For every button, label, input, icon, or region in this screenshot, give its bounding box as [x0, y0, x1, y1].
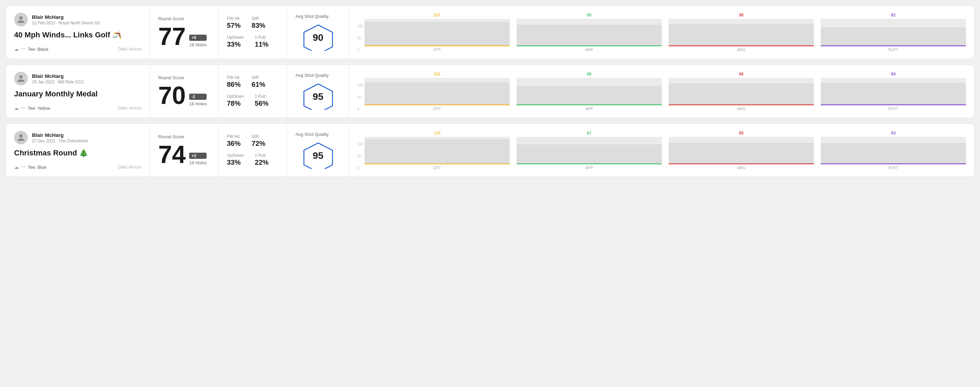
- fw-hit-value: 36%: [227, 140, 240, 148]
- bar-group-arg: 98 ARG: [669, 13, 814, 52]
- stats-row-bottom: Up/Down 33% 1 Putt 11%: [227, 35, 279, 48]
- bar-wrapper-app: [517, 137, 662, 164]
- bar-wrapper-ott: [364, 137, 510, 164]
- tee-label: Tee: Black: [28, 47, 48, 52]
- hexagon: 95: [303, 143, 334, 169]
- bar-accent-arg: [669, 45, 814, 46]
- tee-info: ☁ 〰 Tee: Black: [14, 46, 48, 52]
- bar-value-ott: 107: [434, 13, 441, 17]
- data-source: Data: Arccos: [118, 47, 142, 51]
- chart-inner: 100 50 0 101 OTT 86 APP: [357, 72, 966, 111]
- bar-fill-arg: [669, 143, 814, 164]
- bar-accent-app: [517, 104, 662, 105]
- bar-label-putt: PUTT: [888, 166, 898, 170]
- bar-group-app: 95 APP: [517, 13, 662, 52]
- app-container: Blair McHarg 12 Feb 2022 · Royal North D…: [5, 5, 975, 177]
- tee-info: ☁ 〰 Tee: Blue: [14, 164, 46, 170]
- bar-group-app: 87 APP: [517, 131, 662, 170]
- user-info: Blair McHarg 12 Feb 2022 · Royal North D…: [14, 13, 142, 26]
- fw-hit-label: FW Hit: [227, 75, 240, 80]
- gir-label: GIR: [251, 75, 265, 80]
- bar-group-putt: 82 PUTT: [821, 13, 966, 52]
- bar-label-putt: PUTT: [888, 107, 898, 111]
- card-quality: Avg Shot Quality 95: [287, 65, 349, 118]
- bar-wrapper-app: [517, 19, 662, 46]
- round-card-3: Blair McHarg 27 Dec 2021 · The Oxfordshi…: [5, 124, 975, 177]
- chart-bars: 107 OTT 95 APP 98: [364, 13, 966, 52]
- bar-value-arg: 98: [739, 13, 743, 17]
- stat-updown: Up/Down 33%: [227, 35, 244, 48]
- stat-oneputt: 1 Putt 22%: [255, 153, 269, 167]
- stats-row-top: FW Hit 57% GIR 83%: [227, 16, 279, 30]
- bar-fill-ott: [364, 82, 510, 105]
- user-info: Blair McHarg 27 Dec 2021 · The Oxfordshi…: [14, 131, 142, 144]
- bar-accent-arg: [669, 163, 814, 164]
- gir-label: GIR: [251, 134, 265, 139]
- oneputt-value: 22%: [255, 159, 269, 167]
- chart-y-labels: 100 50 0: [357, 24, 363, 52]
- bar-wrapper-arg: [669, 19, 814, 46]
- stats-row-bottom: Up/Down 33% 1 Putt 22%: [227, 153, 279, 167]
- bar-wrapper-putt: [821, 19, 966, 46]
- y-label-100: 100: [357, 24, 363, 28]
- bar-accent-arg: [669, 104, 814, 105]
- bar-wrapper-arg: [669, 78, 814, 105]
- bar-value-arg: 95: [739, 131, 743, 135]
- card-chart: 100 50 0 107 OTT 95 APP: [349, 6, 974, 59]
- card-score: Round Score 77 +5 18 Holes: [150, 6, 219, 59]
- cloud-icon: ☁: [14, 105, 19, 111]
- bar-value-putt: 93: [891, 131, 896, 135]
- user-details: Blair McHarg 12 Feb 2022 · Royal North D…: [32, 14, 100, 25]
- stat-fw-hit: FW Hit 57%: [227, 16, 240, 30]
- stat-gir: GIR 72%: [251, 134, 265, 148]
- card-quality: Avg Shot Quality 95: [287, 124, 349, 177]
- card-left: Blair McHarg 29 Jan 2022 · Mill Ride GCC…: [6, 65, 150, 118]
- score-badge-group: -2 18 Holes: [189, 94, 207, 106]
- card-footer: ☁ 〰 Tee: Blue Data: Arccos: [14, 164, 142, 170]
- bar-group-putt: 93 PUTT: [821, 131, 966, 170]
- bar-value-arg: 96: [739, 72, 743, 76]
- stats-row-top: FW Hit 86% GIR 61%: [227, 75, 279, 89]
- bar-value-ott: 110: [434, 131, 441, 135]
- card-left: Blair McHarg 12 Feb 2022 · Royal North D…: [6, 6, 150, 59]
- data-source: Data: Arccos: [118, 165, 142, 170]
- bar-accent-putt: [821, 163, 966, 164]
- user-meta: 12 Feb 2022 · Royal North Devon GC: [32, 21, 100, 25]
- user-name: Blair McHarg: [32, 132, 88, 138]
- score-badge: +2: [189, 153, 207, 159]
- tee-info: ☁ 〰 Tee: Yellow: [14, 105, 50, 111]
- bar-wrapper-ott: [364, 78, 510, 105]
- updown-value: 78%: [227, 100, 244, 107]
- bar-accent-app: [517, 163, 662, 164]
- card-footer: ☁ 〰 Tee: Yellow Data: Arccos: [14, 105, 142, 111]
- score-holes: 18 Holes: [189, 101, 207, 106]
- user-details: Blair McHarg 29 Jan 2022 · Mill Ride GCC: [32, 73, 84, 84]
- bar-group-arg: 96 ARG: [669, 72, 814, 111]
- bar-fill-putt: [821, 27, 966, 46]
- chart-bars: 101 OTT 86 APP 96: [364, 72, 966, 111]
- score-label: Round Score: [158, 16, 210, 21]
- bar-label-app: APP: [585, 166, 593, 170]
- quality-label: Avg Shot Quality: [296, 73, 329, 78]
- gir-value: 83%: [251, 22, 265, 30]
- avatar: [14, 13, 28, 26]
- oneputt-label: 1 Putt: [255, 94, 269, 99]
- bar-accent-ott: [364, 45, 510, 46]
- score-badge-group: +5 18 Holes: [189, 35, 207, 48]
- fw-hit-label: FW Hit: [227, 134, 240, 139]
- round-title: January Monthly Medal: [14, 90, 142, 98]
- score-number: 70: [158, 83, 186, 108]
- card-quality: Avg Shot Quality 90: [287, 6, 349, 59]
- bar-value-app: 86: [587, 72, 592, 76]
- bar-value-app: 95: [587, 13, 592, 17]
- round-title: Christmas Round 🎄: [14, 149, 142, 157]
- hexagon-container: 90: [296, 24, 340, 51]
- gir-label: GIR: [251, 16, 265, 21]
- user-name: Blair McHarg: [32, 14, 100, 20]
- bar-fill-app: [517, 86, 662, 105]
- score-label: Round Score: [158, 134, 210, 139]
- score-number: 77: [158, 24, 186, 49]
- stat-updown: Up/Down 78%: [227, 94, 244, 107]
- bar-label-ott: OTT: [433, 107, 441, 111]
- stat-gir: GIR 83%: [251, 16, 265, 30]
